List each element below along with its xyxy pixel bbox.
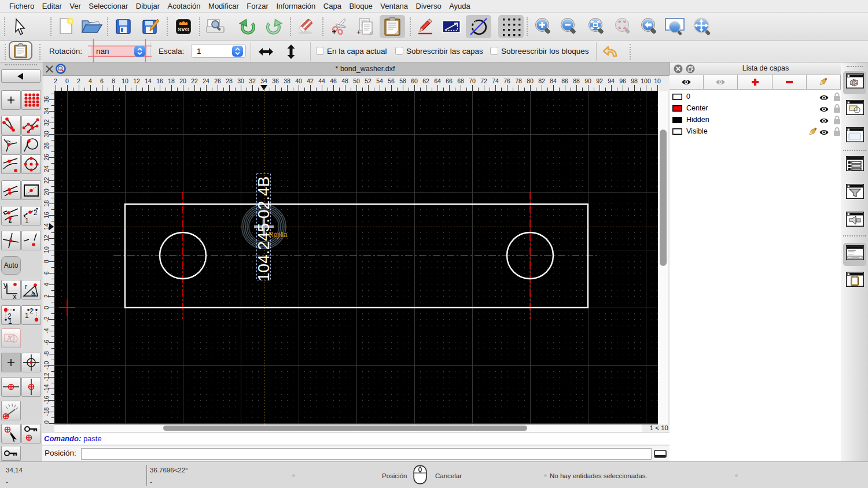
svg-text:80: 80 xyxy=(527,77,534,84)
svg-text:c command: c command xyxy=(849,256,859,258)
svg-text:2: 2 xyxy=(54,77,57,84)
svg-text:46: 46 xyxy=(330,77,337,84)
svg-text:70: 70 xyxy=(469,77,476,84)
svg-text:44: 44 xyxy=(318,77,325,84)
svg-text:2: 2 xyxy=(34,209,38,217)
svg-text:40: 40 xyxy=(295,77,302,84)
svg-text:r: r xyxy=(25,283,27,291)
svg-text:86: 86 xyxy=(561,77,568,84)
svg-text:-14: -14 xyxy=(43,384,50,393)
svg-text:10: 10 xyxy=(122,77,128,84)
svg-text:56: 56 xyxy=(388,77,395,84)
svg-text:-10: -10 xyxy=(43,361,50,369)
svg-text:8: 8 xyxy=(112,77,115,84)
svg-text:y: y xyxy=(3,280,8,289)
svg-text:66: 66 xyxy=(446,77,453,84)
svg-text:20: 20 xyxy=(43,188,50,195)
svg-text:-12: -12 xyxy=(43,372,50,381)
svg-text:24: 24 xyxy=(203,77,209,84)
svg-text:14: 14 xyxy=(43,223,50,230)
svg-text:0: 0 xyxy=(65,77,69,84)
svg-text:0: 0 xyxy=(43,420,50,424)
svg-text:82: 82 xyxy=(538,77,545,84)
svg-text:58: 58 xyxy=(399,77,406,84)
svg-text:28: 28 xyxy=(43,142,50,149)
svg-text:24: 24 xyxy=(43,165,50,172)
svg-text:60: 60 xyxy=(411,77,418,84)
svg-text:30: 30 xyxy=(237,77,244,84)
svg-text:76: 76 xyxy=(503,77,510,84)
svg-text:4: 4 xyxy=(43,283,50,286)
svg-text:-2: -2 xyxy=(43,316,50,321)
svg-text:28: 28 xyxy=(226,77,233,84)
svg-text:4: 4 xyxy=(89,77,92,84)
svg-text:22: 22 xyxy=(191,77,198,84)
svg-text:32: 32 xyxy=(249,77,256,84)
svg-text:SVG: SVG xyxy=(178,26,189,32)
svg-text:64: 64 xyxy=(434,77,441,84)
svg-text:x: x xyxy=(13,292,17,300)
svg-text:Rejilla: Rejilla xyxy=(269,231,288,239)
svg-text:20: 20 xyxy=(179,77,186,84)
svg-text:2: 2 xyxy=(43,294,50,298)
svg-text:90: 90 xyxy=(584,77,591,84)
svg-text:72: 72 xyxy=(480,77,487,84)
svg-text:30: 30 xyxy=(43,131,50,138)
svg-text:-6: -6 xyxy=(43,339,50,345)
svg-text:0: 0 xyxy=(43,306,50,309)
svg-text:6: 6 xyxy=(100,77,104,84)
svg-text:84: 84 xyxy=(550,77,557,84)
svg-text:16: 16 xyxy=(43,212,50,219)
svg-text:-18: -18 xyxy=(43,407,50,416)
svg-text:-16: -16 xyxy=(43,395,50,404)
svg-text:38: 38 xyxy=(284,77,290,84)
svg-text:22: 22 xyxy=(43,177,50,184)
svg-text:32: 32 xyxy=(43,119,50,126)
svg-text:78: 78 xyxy=(515,77,522,84)
svg-text:104.245.02.4B: 104.245.02.4B xyxy=(255,176,273,282)
svg-text:96: 96 xyxy=(619,77,626,84)
svg-text:18: 18 xyxy=(43,200,50,207)
svg-text:2: 2 xyxy=(77,77,80,84)
svg-text:94: 94 xyxy=(608,77,615,84)
svg-text:12: 12 xyxy=(43,235,50,242)
svg-text:68: 68 xyxy=(457,77,464,84)
svg-text:42: 42 xyxy=(307,77,314,84)
svg-text:92: 92 xyxy=(596,77,603,84)
svg-text:62: 62 xyxy=(422,77,429,84)
svg-text:54: 54 xyxy=(376,77,383,84)
svg-text:18: 18 xyxy=(168,77,175,84)
svg-text:1: 1 xyxy=(25,217,29,225)
svg-text:8: 8 xyxy=(43,260,50,263)
svg-text:98: 98 xyxy=(631,77,638,84)
svg-text:50: 50 xyxy=(353,77,360,84)
svg-text:10: 10 xyxy=(43,246,50,253)
svg-text:36: 36 xyxy=(43,96,50,103)
svg-text:34: 34 xyxy=(43,108,50,114)
svg-text:2: 2 xyxy=(30,307,34,315)
svg-text:12: 12 xyxy=(133,77,140,84)
svg-text:14: 14 xyxy=(145,77,152,84)
svg-text:88: 88 xyxy=(573,77,580,84)
svg-text:1: 1 xyxy=(25,312,29,320)
svg-text:100: 100 xyxy=(641,77,651,84)
svg-text:10: 10 xyxy=(654,77,661,84)
svg-text:6: 6 xyxy=(43,271,50,275)
svg-text:74: 74 xyxy=(492,77,499,84)
svg-text:-4: -4 xyxy=(43,328,50,333)
svg-text:26: 26 xyxy=(43,154,50,161)
svg-text:a: a xyxy=(31,290,35,297)
svg-text:-8: -8 xyxy=(43,351,50,356)
svg-text:+: + xyxy=(356,28,361,36)
svg-text:1: 1 xyxy=(8,317,12,325)
svg-text:26: 26 xyxy=(214,77,221,84)
svg-text:36: 36 xyxy=(272,77,279,84)
svg-text:52: 52 xyxy=(365,77,372,84)
svg-text:16: 16 xyxy=(156,77,163,84)
svg-text:48: 48 xyxy=(341,77,348,84)
svg-text:34: 34 xyxy=(260,77,267,84)
